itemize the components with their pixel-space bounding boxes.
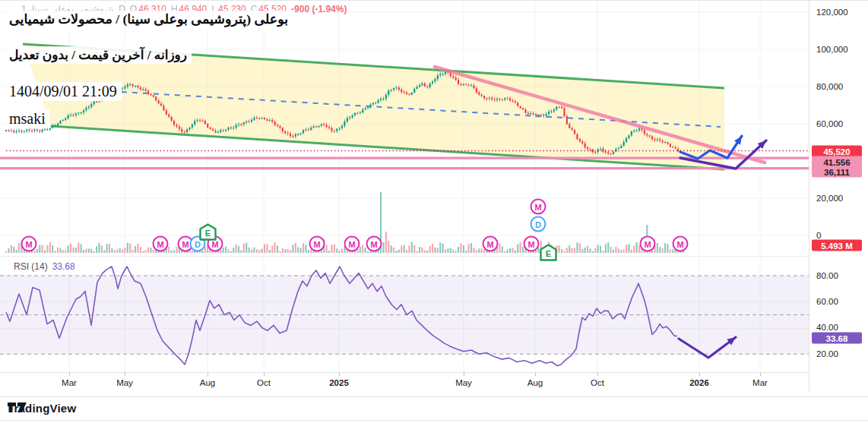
price-axis-label: 60.00 [816,297,838,306]
main-price-pane[interactable] [0,1,809,257]
marker-badge-icon[interactable]: M [21,236,37,252]
time-axis-label[interactable]: Mar [752,378,768,387]
time-tick-mark [699,373,700,376]
marker-badge-icon[interactable]: M [483,236,499,252]
bottom-border [0,420,868,421]
marker-badge-icon[interactable]: M [366,236,382,252]
time-axis-label[interactable]: May [455,378,472,387]
time-axis-label[interactable]: Oct [591,378,604,387]
time-tick-mark [125,373,125,376]
time-axis[interactable]: MarMayAugOct2025MayAugOct2026Mar [0,372,809,393]
time-axis-label[interactable]: May [116,378,133,387]
time-tick-mark [535,373,536,376]
rsi-indicator-name: RSI (14) [14,261,48,272]
dividend-badge-icon[interactable]: D [531,216,546,232]
time-tick-mark [264,373,265,376]
price-axis-label: 100,000 [816,45,848,54]
price-axis-label: 120,000 [816,8,848,17]
marker-badge-icon[interactable]: M [344,236,360,252]
price-axis-label: 20,000 [816,194,843,203]
time-tick-mark [464,373,464,376]
marker-badge-icon[interactable]: M [524,236,540,252]
time-tick-mark [339,373,340,376]
rsi-legend[interactable]: RSI (14) 33.68 [14,261,75,272]
marker-badge-icon[interactable]: M [673,236,689,252]
marker-badge-icon[interactable]: M [309,236,325,252]
marker-badge-icon[interactable]: M [153,236,169,252]
last-price-badge[interactable]: 45,520 [812,146,862,157]
title-annotation[interactable]: بوعلی (پتروشیمی بوعلی سینا) / محصولات شی… [5,11,293,28]
watermark-annotation[interactable]: msaki [5,109,50,128]
price-axis[interactable]: 120,000100,00080,00060,00020,000080.0060… [809,1,868,392]
time-axis-label[interactable]: Oct [257,378,271,387]
change-value: -900 (-1.94%) [291,4,347,14]
time-axis-label[interactable]: Aug [200,378,215,387]
svg-text:E: E [546,249,551,258]
footer-bar: TradingView [0,396,868,421]
price-axis-label: 80.00 [816,271,838,280]
tradingview-brand[interactable]: TradingView [8,402,76,415]
rsi-pane[interactable] [0,257,809,372]
time-tick-mark [207,373,208,376]
time-axis-label[interactable]: Aug [527,378,543,387]
rsi-value-badge[interactable]: 33.68 [812,333,862,344]
datetime-annotation[interactable]: 1404/09/01 21:09 [5,82,122,101]
pane-separator[interactable] [0,256,809,257]
time-axis-label[interactable]: 2026 [689,378,709,387]
rsi-indicator-value: 33.68 [52,261,75,272]
chart-window: MarMayAugOct2025MayAugOct2026Mar 120,000… [0,0,868,423]
price-axis-label: 0 [816,231,821,240]
time-axis-label[interactable]: 2025 [329,378,349,387]
svg-text:E: E [205,229,211,238]
price-axis-label: 40.00 [816,323,838,332]
marker-badge-icon[interactable]: M [640,236,656,252]
subtitle-annotation[interactable]: روزانه / آخرین قیمت / بدون تعدیل [5,46,192,64]
time-axis-label[interactable]: Mar [62,378,77,387]
price-axis-label: 80,000 [816,82,843,91]
tradingview-logo-icon [8,402,27,415]
price-axis-label: 60,000 [816,119,843,128]
time-tick-mark [760,373,761,376]
time-tick-mark [597,373,598,376]
level-price-badge[interactable]: 36,111 [812,166,862,178]
time-tick-mark [69,373,70,376]
volume-badge[interactable]: 5.493 M [812,240,862,251]
price-axis-label: 20.00 [816,349,838,358]
marker-badge-icon[interactable]: M [531,199,546,215]
